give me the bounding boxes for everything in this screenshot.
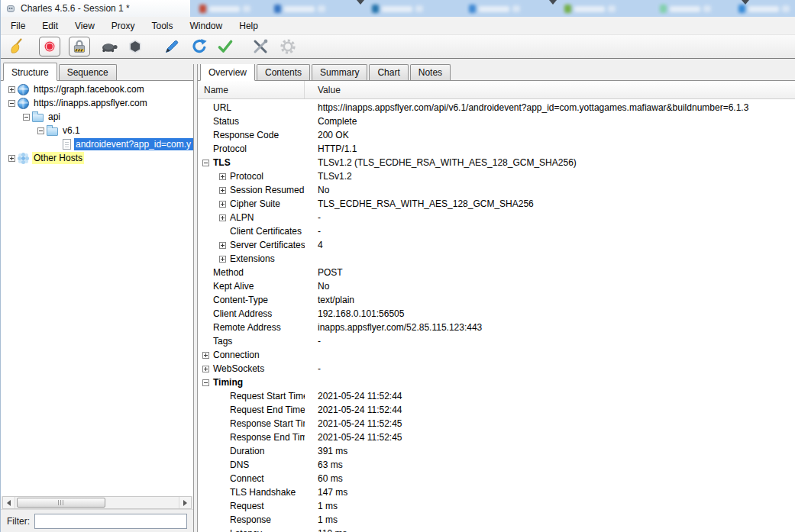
menu-file[interactable]: File — [2, 18, 34, 34]
compose-button[interactable] — [162, 37, 182, 56]
column-header-value[interactable]: Value — [305, 85, 795, 95]
expand-icon[interactable] — [8, 86, 15, 93]
scroll-right-button[interactable] — [179, 497, 191, 508]
table-row[interactable]: Request End Time2021-05-24 11:52:44 — [198, 403, 795, 417]
tab-notes[interactable]: Notes — [410, 64, 451, 80]
breakpoints-button[interactable] — [125, 37, 145, 56]
expander-spacer — [52, 141, 59, 148]
tab-contents[interactable]: Contents — [257, 64, 310, 80]
collapse-icon[interactable] — [8, 100, 15, 107]
table-row[interactable]: Connect60 ms — [198, 472, 795, 485]
site-globe-icon — [18, 84, 29, 95]
table-row[interactable]: ALPN- — [198, 211, 795, 224]
table-row[interactable]: WebSockets- — [198, 362, 795, 376]
table-row[interactable]: MethodPOST — [198, 266, 795, 279]
table-row[interactable]: Duration391 ms — [198, 444, 795, 458]
tree-item[interactable]: androidevent?app_id=com.y — [1, 137, 193, 151]
expand-icon[interactable] — [219, 187, 226, 194]
clear-session-button[interactable] — [7, 37, 27, 56]
tree-item[interactable]: Other Hosts — [1, 151, 193, 165]
expand-icon[interactable] — [202, 366, 209, 372]
row-name-cell: Response — [198, 514, 305, 525]
record-icon — [41, 38, 58, 55]
tab-summary[interactable]: Summary — [312, 64, 367, 80]
table-row[interactable]: Timing — [198, 376, 795, 389]
table-row[interactable]: StatusComplete — [198, 114, 795, 128]
ssl-proxying-button[interactable] — [69, 37, 90, 56]
tree-item-label: androidevent?app_id=com.y — [74, 138, 193, 150]
table-row[interactable]: Session ResumedNo — [198, 183, 795, 197]
collapse-icon[interactable] — [202, 160, 209, 166]
menu-help[interactable]: Help — [231, 18, 267, 34]
menu-edit[interactable]: Edit — [34, 18, 66, 34]
table-row[interactable]: Kept AliveNo — [198, 279, 795, 293]
collapse-icon[interactable] — [23, 114, 30, 121]
tree-item[interactable]: https://graph.facebook.com — [1, 82, 193, 96]
tree-horizontal-scrollbar[interactable] — [2, 496, 192, 509]
expand-icon[interactable] — [219, 242, 226, 249]
table-row[interactable]: Request1 ms — [198, 499, 795, 513]
settings-button[interactable] — [278, 37, 298, 56]
table-row[interactable]: Request Start Time2021-05-24 11:52:44 — [198, 389, 795, 403]
row-value: - — [305, 226, 795, 237]
tab-sequence[interactable]: Sequence — [59, 64, 117, 80]
table-row[interactable]: Response Code200 OK — [198, 128, 795, 142]
record-button[interactable] — [39, 37, 60, 56]
table-row[interactable]: Remote Addressinapps.appsflyer.com/52.85… — [198, 321, 795, 334]
expand-icon[interactable] — [8, 155, 15, 162]
table-row[interactable]: Client Certificates- — [198, 224, 795, 238]
scrollbar-thumb[interactable] — [17, 498, 105, 508]
table-row[interactable]: URLhttps://inapps.appsflyer.com/api/v6.1… — [198, 101, 795, 114]
table-row[interactable]: Content-Typetext/plain — [198, 293, 795, 307]
tab-structure[interactable]: Structure — [3, 63, 57, 81]
table-row[interactable]: Cipher SuiteTLS_ECDHE_RSA_WITH_AES_128_G… — [198, 197, 795, 211]
repeat-button[interactable] — [189, 37, 209, 56]
table-row[interactable]: TLSTLSv1.2 (TLS_ECDHE_RSA_WITH_AES_128_G… — [198, 156, 795, 169]
expander-spacer — [219, 228, 226, 235]
table-row[interactable]: TLS Handshake147 ms — [198, 485, 795, 499]
table-row[interactable]: ProtocolTLSv1.2 — [198, 169, 795, 183]
column-header-name[interactable]: Name — [198, 81, 305, 98]
menu-tools[interactable]: Tools — [144, 18, 182, 34]
row-name-cell: TLS — [198, 157, 305, 168]
table-row[interactable]: Server Certificates4 — [198, 238, 795, 252]
scroll-left-button[interactable] — [3, 497, 15, 508]
expand-icon[interactable] — [219, 214, 226, 221]
filter-input[interactable] — [34, 514, 187, 529]
expander-spacer — [202, 105, 209, 111]
tree-item[interactable]: v6.1 — [1, 124, 193, 137]
tree-item[interactable]: https://inapps.appsflyer.com — [1, 96, 193, 110]
expand-icon[interactable] — [202, 352, 209, 359]
table-row[interactable]: Latency110 ms — [198, 527, 795, 532]
collapse-icon[interactable] — [202, 379, 209, 386]
menu-window[interactable]: Window — [182, 18, 231, 34]
table-row[interactable]: Response1 ms — [198, 513, 795, 527]
table-row[interactable]: ProtocolHTTP/1.1 — [198, 142, 795, 156]
table-row[interactable]: Extensions — [198, 252, 795, 266]
table-row[interactable]: Response Start Time2021-05-24 11:52:45 — [198, 417, 795, 430]
menu-view[interactable]: View — [66, 18, 103, 34]
throttle-button[interactable] — [99, 37, 119, 56]
table-row[interactable]: Tags- — [198, 334, 795, 348]
row-value: - — [305, 336, 795, 347]
expand-icon[interactable] — [219, 256, 226, 263]
row-name: Cipher Suite — [230, 198, 280, 209]
tree-item[interactable]: api — [1, 110, 193, 124]
table-row[interactable]: DNS63 ms — [198, 458, 795, 472]
blurred-taskbar-item — [469, 5, 520, 13]
table-row[interactable]: Client Address192.168.0.101:56505 — [198, 307, 795, 321]
row-value: 4 — [305, 240, 795, 250]
settings-gear-icon — [279, 37, 297, 56]
row-name-cell: Protocol — [198, 171, 305, 182]
expand-icon[interactable] — [219, 173, 226, 180]
row-value: 2021-05-24 11:52:44 — [305, 391, 795, 401]
expand-icon[interactable] — [219, 201, 226, 208]
table-row[interactable]: Connection — [198, 348, 795, 362]
tab-chart[interactable]: Chart — [369, 64, 408, 80]
table-row[interactable]: Response End Time2021-05-24 11:52:45 — [198, 430, 795, 444]
menu-proxy[interactable]: Proxy — [103, 18, 144, 34]
tab-overview[interactable]: Overview — [200, 64, 255, 81]
validate-button[interactable] — [215, 37, 235, 56]
external-tools-button[interactable] — [250, 37, 270, 56]
collapse-icon[interactable] — [37, 127, 44, 134]
